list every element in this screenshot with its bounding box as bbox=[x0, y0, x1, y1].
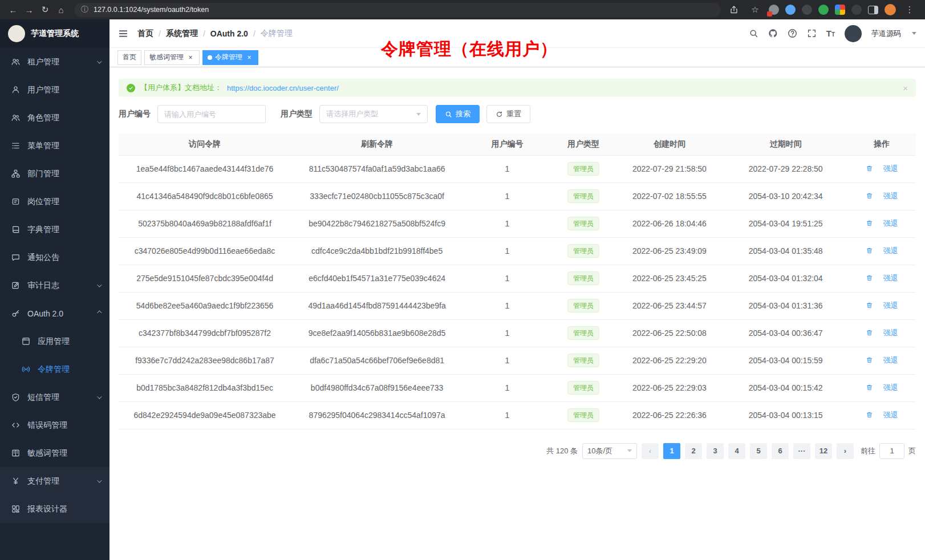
app-logo[interactable]: 芋道管理系统 bbox=[0, 19, 109, 48]
user-id-label: 用户编号 bbox=[119, 109, 151, 119]
prev-page-button[interactable]: ‹ bbox=[642, 443, 659, 459]
sidebar-item-oauth2-token[interactable]: 令牌管理 bbox=[0, 355, 109, 383]
fullscreen-icon[interactable] bbox=[807, 29, 817, 38]
extension-icon[interactable] bbox=[802, 5, 812, 15]
search-icon[interactable] bbox=[749, 29, 758, 38]
sidebar-item-dict[interactable]: 字典管理 bbox=[0, 216, 109, 244]
sidebar-item-audit-log[interactable]: 审计日志 bbox=[0, 271, 109, 299]
extension-icon[interactable] bbox=[769, 5, 779, 15]
force-logout-button[interactable]: 强退 bbox=[866, 383, 898, 393]
pagination-page-4[interactable]: 4 bbox=[728, 443, 745, 459]
username[interactable]: 芋道源码 bbox=[871, 29, 901, 39]
pagination-page-2[interactable]: 2 bbox=[685, 443, 702, 459]
table-row: 502375b8040a469a9b82188afdf6af1f be90422… bbox=[119, 210, 916, 237]
menu-dots-icon[interactable]: ⋮ bbox=[902, 2, 917, 17]
sidebar-item-user[interactable]: 用户管理 bbox=[0, 76, 109, 104]
pagination-page-5[interactable]: 5 bbox=[750, 443, 767, 459]
navbar-tools: TT 芋道源码 bbox=[749, 25, 916, 42]
screen: ← → ↻ ⌂ ⓘ 127.0.0.1:1024/system/oauth2/t… bbox=[0, 0, 925, 560]
force-logout-button[interactable]: 强退 bbox=[866, 273, 898, 283]
force-logout-button[interactable]: 强退 bbox=[866, 328, 898, 338]
site-info-icon[interactable]: ⓘ bbox=[81, 5, 88, 15]
user-type-badge: 管理员 bbox=[567, 326, 599, 340]
bookmark-star-icon[interactable]: ☆ bbox=[748, 2, 762, 17]
user-icon bbox=[11, 86, 21, 94]
chevron-down-icon[interactable] bbox=[912, 32, 916, 35]
goto-page-input[interactable] bbox=[879, 443, 904, 459]
user-avatar[interactable] bbox=[845, 25, 862, 42]
tab-sensitive-word[interactable]: 敏感词管理 × bbox=[144, 50, 200, 65]
extension-icon[interactable] bbox=[818, 5, 829, 15]
report-icon bbox=[11, 505, 21, 513]
force-logout-button[interactable]: 强退 bbox=[866, 164, 898, 174]
user-type-badge: 管理员 bbox=[567, 299, 599, 313]
user-type-badge: 管理员 bbox=[567, 354, 599, 367]
sidebar-item-menu[interactable]: 菜单管理 bbox=[0, 132, 109, 160]
forward-icon[interactable]: → bbox=[22, 2, 36, 17]
sidebar-item-error-code[interactable]: 错误码管理 bbox=[0, 411, 109, 439]
sidebar-item-dept[interactable]: 部门管理 bbox=[0, 160, 109, 188]
access-token-cell: 41c41346a548490f9dc8b01c6bfe0865 bbox=[119, 182, 291, 210]
tab-home[interactable]: 首页 bbox=[117, 50, 141, 65]
force-logout-button[interactable]: 强退 bbox=[866, 191, 898, 201]
font-size-icon[interactable]: TT bbox=[826, 29, 835, 39]
sidebar-item-pay[interactable]: 支付管理 bbox=[0, 467, 109, 495]
reset-button[interactable]: 重置 bbox=[486, 105, 530, 123]
sidebar-item-post[interactable]: 岗位管理 bbox=[0, 188, 109, 216]
sidebar-item-oauth2-app[interactable]: 应用管理 bbox=[0, 327, 109, 355]
user-id-input[interactable] bbox=[157, 105, 266, 123]
sidebar-item-tenant[interactable]: 租户管理 bbox=[0, 48, 109, 76]
sidebar-item-sensitive-word[interactable]: 敏感词管理 bbox=[0, 439, 109, 467]
sidebar-item-oauth2[interactable]: OAuth 2.0 bbox=[0, 299, 109, 327]
sidebar-toggle-icon[interactable] bbox=[868, 6, 878, 14]
github-icon[interactable] bbox=[768, 29, 778, 38]
share-icon[interactable] bbox=[727, 2, 741, 17]
browser-profile-avatar[interactable] bbox=[885, 4, 896, 15]
sidebar-item-notice[interactable]: 通知公告 bbox=[0, 244, 109, 271]
sidebar-item-sms[interactable]: 短信管理 bbox=[0, 383, 109, 411]
access-token-cell: 275e5de9151045fe87cbdc395e004f4d bbox=[119, 265, 291, 292]
refresh-token-cell: be90422b8c7946218275a508bf524fc9 bbox=[291, 210, 463, 237]
force-logout-button[interactable]: 强退 bbox=[866, 410, 898, 420]
close-icon[interactable]: × bbox=[186, 54, 194, 62]
page-size-select[interactable]: 10条/页 bbox=[582, 443, 637, 459]
home-icon[interactable]: ⌂ bbox=[54, 2, 68, 17]
expire-time-cell: 2054-03-04 00:15:59 bbox=[724, 347, 848, 374]
refresh-token-cell: 333ecfc71e02480cb11055c875c3ca0f bbox=[291, 182, 463, 210]
force-logout-button[interactable]: 强退 bbox=[866, 218, 898, 229]
extension-icon[interactable] bbox=[851, 5, 862, 15]
expire-time-cell: 2054-03-10 20:42:34 bbox=[724, 182, 848, 210]
breadcrumb-item[interactable]: 系统管理 bbox=[166, 29, 198, 39]
doc-link[interactable]: https://doc.iocoder.cn/user-center/ bbox=[227, 84, 339, 92]
sidebar-item-report-designer[interactable]: 报表设计器 bbox=[0, 495, 109, 523]
pagination-more[interactable]: ··· bbox=[793, 443, 810, 459]
tab-token[interactable]: 令牌管理 × bbox=[202, 50, 258, 65]
reload-icon[interactable]: ↻ bbox=[38, 2, 52, 17]
help-icon[interactable] bbox=[788, 29, 797, 38]
user-type-badge: 管理员 bbox=[567, 162, 599, 176]
pagination-page-6[interactable]: 6 bbox=[772, 443, 789, 459]
pagination-page-1[interactable]: 1 bbox=[663, 443, 680, 459]
force-logout-button[interactable]: 强退 bbox=[866, 301, 898, 311]
address-bar[interactable]: ⓘ 127.0.0.1:1024/system/oauth2/token bbox=[74, 3, 721, 17]
app-icon bbox=[22, 337, 31, 346]
next-page-button[interactable]: › bbox=[837, 443, 854, 459]
breadcrumb-item[interactable]: 首页 bbox=[137, 29, 153, 39]
pagination-page-12[interactable]: 12 bbox=[815, 443, 832, 459]
pagination-page-3[interactable]: 3 bbox=[707, 443, 724, 459]
close-icon[interactable]: × bbox=[245, 54, 253, 62]
back-icon[interactable]: ← bbox=[6, 2, 21, 17]
force-logout-button[interactable]: 强退 bbox=[866, 246, 898, 256]
extension-icon[interactable] bbox=[785, 5, 796, 15]
force-logout-button[interactable]: 强退 bbox=[866, 355, 898, 366]
chat-icon bbox=[11, 253, 21, 262]
hamburger-icon[interactable] bbox=[118, 29, 128, 39]
extensions-puzzle-icon[interactable] bbox=[835, 5, 845, 15]
alert-close-icon[interactable]: × bbox=[903, 83, 908, 93]
breadcrumb-item[interactable]: OAuth 2.0 bbox=[210, 29, 248, 38]
user-type-select[interactable]: 请选择用户类型 bbox=[319, 105, 428, 123]
user-id-cell: 1 bbox=[463, 347, 551, 374]
chevron-down-icon bbox=[416, 113, 421, 116]
search-button[interactable]: 搜索 bbox=[436, 105, 480, 123]
sidebar-item-role[interactable]: 角色管理 bbox=[0, 104, 109, 132]
